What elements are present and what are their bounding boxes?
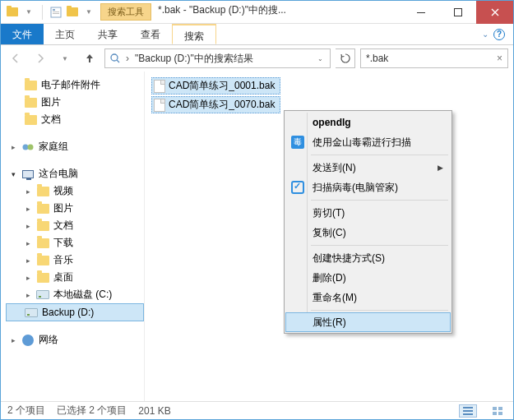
folder-icon[interactable] [6,6,19,19]
menu-copy[interactable]: 复制(C) [286,223,450,242]
menu-separator [311,155,448,155]
svg-point-8 [28,144,34,150]
refresh-button[interactable] [336,48,355,68]
svg-rect-14 [493,412,497,415]
tree-desktop[interactable]: ▸桌面 [6,269,144,286]
forward-button[interactable] [30,48,50,68]
context-menu: opendlg 毒使用金山毒霸进行扫描 发送到(N)▶ 扫描病毒(电脑管家) 剪… [284,110,452,334]
tab-share[interactable]: 共享 [86,24,129,44]
up-button[interactable] [80,48,100,68]
menu-cut[interactable]: 剪切(T) [286,203,450,223]
tree-pictures[interactable]: ▸图片 [6,200,144,217]
recent-dropdown[interactable]: ▼ [55,48,75,68]
status-bar: 2 个项目 已选择 2 个项目 201 KB [1,401,513,419]
menu-opendlg[interactable]: opendlg [286,113,450,132]
svg-rect-9 [463,407,473,408]
contextual-tab-badge: 搜索工具 [100,3,151,21]
back-button[interactable] [6,48,25,68]
menu-delete[interactable]: 删除(D) [286,268,450,288]
help-icon[interactable]: ? [493,29,505,40]
tree-this-pc[interactable]: ▾这台电脑 [6,165,144,182]
submenu-arrow-icon: ▶ [438,164,443,172]
tree-videos[interactable]: ▸视频 [6,182,144,200]
nav-tree[interactable]: 电子邮件附件 图片 文档 ▸家庭组 ▾这台电脑 ▸视频 ▸图片 ▸文档 ▸下载 … [1,72,145,401]
tree-local-c[interactable]: ▸本地磁盘 (C:) [6,286,144,303]
menu-create-shortcut[interactable]: 创建快捷方式(S) [286,248,450,268]
titlebar: ▼ ▼ 搜索工具 *.bak - "Backup (D:)"中的搜... [1,1,513,24]
window-title: *.bak - "Backup (D:)"中的搜... [151,3,402,21]
file-icon [154,80,165,93]
tree-favorites-docs[interactable]: 文档 [6,111,144,128]
address-bar[interactable]: › "Backup (D:)"中的搜索结果 ⌄ [104,48,331,68]
new-folder-icon[interactable] [66,6,79,19]
chevron-right-icon[interactable]: › [123,53,132,64]
file-item[interactable]: CAD简单练习_0001.bak [151,77,280,95]
properties-icon[interactable] [49,6,63,19]
search-input[interactable]: *.bak × [360,48,508,68]
file-icon [154,99,165,112]
tab-view[interactable]: 查看 [129,24,172,44]
svg-point-6 [111,54,118,61]
menu-tencent-scan[interactable]: 扫描病毒(电脑管家) [286,178,450,197]
tree-favorites-pictures[interactable]: 图片 [6,94,144,111]
menu-kingsoft-scan[interactable]: 毒使用金山毒霸进行扫描 [286,132,450,152]
tab-search[interactable]: 搜索 [172,24,216,44]
tree-music[interactable]: ▸音乐 [6,252,144,269]
nav-bar: ▼ › "Backup (D:)"中的搜索结果 ⌄ *.bak × [1,45,513,72]
status-selection: 已选择 2 个项目 [57,404,127,418]
menu-send-to[interactable]: 发送到(N)▶ [286,158,450,178]
svg-rect-3 [53,13,59,14]
tree-downloads[interactable]: ▸下载 [6,234,144,252]
svg-rect-10 [463,410,473,412]
search-icon [107,53,123,64]
svg-rect-1 [53,9,55,11]
status-size: 201 KB [138,405,170,417]
quick-access-toolbar: ▼ ▼ [1,5,100,20]
thumbnails-view-button[interactable] [489,404,507,418]
tree-favorites-email[interactable]: 电子邮件附件 [6,76,144,94]
tree-docs[interactable]: ▸文档 [6,217,144,234]
tab-home[interactable]: 主页 [44,24,86,44]
menu-separator [311,245,448,246]
status-item-count: 2 个项目 [7,404,45,418]
ribbon-expand-icon[interactable]: ⌄ [482,30,489,39]
svg-rect-5 [454,8,461,16]
clear-search-icon[interactable]: × [497,53,502,64]
menu-rename[interactable]: 重命名(M) [286,288,450,307]
search-value: *.bak [366,53,388,64]
svg-rect-2 [53,12,59,12]
qat-dropdown-icon[interactable]: ▼ [22,6,35,19]
svg-point-7 [23,144,29,150]
file-item[interactable]: CAD简单练习_0070.bak [151,96,280,113]
svg-rect-15 [498,412,502,415]
address-dropdown-icon[interactable]: ⌄ [313,55,328,62]
minimize-button[interactable] [402,1,439,24]
tree-backup-d[interactable]: Backup (D:) [6,303,144,321]
tree-homegroup[interactable]: ▸家庭组 [6,138,144,155]
svg-rect-11 [463,413,473,415]
close-button[interactable] [476,1,513,24]
tencent-icon [290,180,305,195]
svg-rect-4 [417,12,425,13]
menu-properties[interactable]: 属性(R) [285,312,451,332]
tree-network[interactable]: ▸网络 [6,331,144,348]
kingsoft-icon: 毒 [290,135,305,150]
qat-chevron-icon[interactable]: ▼ [82,6,95,19]
svg-rect-12 [493,407,497,410]
breadcrumb[interactable]: "Backup (D:)"中的搜索结果 [132,52,257,66]
ribbon: 文件 主页 共享 查看 搜索 ⌄ ? [1,24,513,45]
menu-separator [311,200,448,201]
svg-rect-13 [498,407,502,410]
details-view-button[interactable] [459,404,477,418]
maximize-button[interactable] [439,1,476,24]
tab-file[interactable]: 文件 [1,24,44,44]
menu-separator [311,310,448,311]
